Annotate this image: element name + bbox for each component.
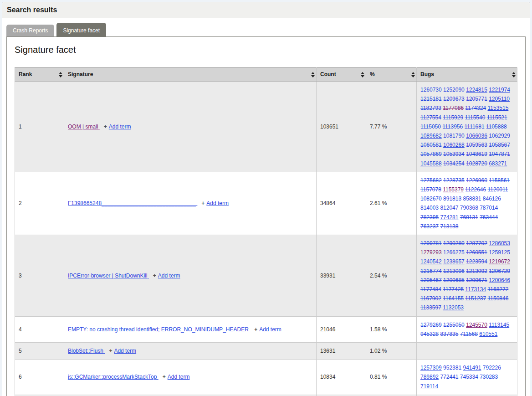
bug-link[interactable]: 1200646 bbox=[489, 277, 510, 283]
bug-link[interactable]: 713138 bbox=[440, 223, 458, 230]
bug-link[interactable]: 1155379 bbox=[443, 186, 464, 193]
bug-link[interactable]: 1286053 bbox=[489, 240, 510, 247]
column-header-rank[interactable]: Rank bbox=[15, 68, 64, 82]
bug-link[interactable]: 846126 bbox=[483, 195, 501, 202]
sort-icon[interactable] bbox=[411, 72, 415, 77]
bug-link[interactable]: 1173134 bbox=[465, 286, 486, 293]
bug-link[interactable]: 1060268 bbox=[443, 142, 465, 148]
add-term-link[interactable]: Add term bbox=[259, 326, 281, 333]
bug-link[interactable]: 1219672 bbox=[489, 258, 510, 265]
bug-link[interactable]: 1127554 bbox=[420, 114, 441, 121]
bug-link[interactable]: 1089682 bbox=[420, 133, 442, 139]
bug-link[interactable]: 792226 bbox=[483, 365, 501, 371]
bug-link[interactable]: 1240542 bbox=[420, 258, 442, 265]
bug-link[interactable]: 1120011 bbox=[488, 186, 508, 193]
column-header-bugs[interactable]: Bugs bbox=[417, 68, 517, 82]
bug-link[interactable]: 763237 bbox=[420, 223, 439, 230]
bug-link[interactable]: 1279269 bbox=[420, 322, 442, 328]
bug-link[interactable]: 1164155 bbox=[443, 295, 464, 302]
bug-link[interactable]: 1115929 bbox=[443, 114, 463, 121]
bug-link[interactable]: 1048619 bbox=[466, 151, 487, 157]
bug-link[interactable]: 837835 bbox=[440, 331, 458, 337]
bug-link[interactable]: 610551 bbox=[479, 331, 497, 337]
bug-link[interactable]: 782395 bbox=[420, 214, 439, 221]
bug-link[interactable]: 1266275 bbox=[443, 249, 465, 256]
bug-link[interactable]: 1206729 bbox=[489, 268, 510, 274]
signature-link[interactable]: F1398665248_____________________________… bbox=[68, 200, 197, 206]
signature-link[interactable]: IPCError-browser | ShutDownKill bbox=[68, 273, 149, 279]
sort-icon[interactable] bbox=[311, 72, 315, 77]
bug-link[interactable]: 1205771 bbox=[466, 96, 487, 102]
bug-link[interactable]: 1053934 bbox=[443, 151, 465, 157]
tab-crash-reports[interactable]: Crash Reports bbox=[6, 25, 54, 36]
column-header-count[interactable]: Count bbox=[317, 68, 366, 82]
bug-link[interactable]: 891813 bbox=[443, 195, 461, 202]
bug-link[interactable]: 1224815 bbox=[466, 87, 487, 93]
sort-icon[interactable] bbox=[512, 72, 516, 77]
column-header-[interactable]: % bbox=[366, 68, 417, 82]
signature-link[interactable]: EMPTY: no crashing thread identified; ER… bbox=[68, 326, 250, 333]
bug-link[interactable]: 1213092 bbox=[466, 268, 487, 274]
bug-link[interactable]: 858831 bbox=[463, 195, 481, 202]
bug-link[interactable]: 1057869 bbox=[420, 151, 442, 157]
bug-link[interactable]: 1260730 bbox=[420, 87, 442, 93]
bug-link[interactable]: 1082670 bbox=[420, 195, 442, 202]
bug-link[interactable]: 769131 bbox=[460, 214, 478, 221]
bug-link[interactable]: 1157078 bbox=[420, 186, 441, 193]
bug-link[interactable]: 1058567 bbox=[489, 142, 510, 148]
bug-link[interactable]: 1260551 bbox=[466, 249, 487, 256]
signature-link[interactable]: js::GCMarker::processMarkStackTop bbox=[68, 374, 159, 380]
bug-link[interactable]: 1113145 bbox=[489, 322, 509, 328]
bug-link[interactable]: 1182793 bbox=[420, 105, 441, 111]
bug-link[interactable]: 1279293 bbox=[420, 249, 442, 256]
bug-link[interactable]: 745334 bbox=[460, 374, 478, 380]
bug-link[interactable]: 711568 bbox=[460, 331, 478, 337]
bug-link[interactable]: 1115050 bbox=[420, 123, 441, 130]
bug-link[interactable]: 1174324 bbox=[465, 105, 486, 111]
bug-link[interactable]: 1216774 bbox=[420, 268, 442, 274]
bug-link[interactable]: 1299781 bbox=[420, 240, 442, 247]
bug-link[interactable]: 774281 bbox=[440, 214, 458, 221]
bug-link[interactable]: 1132053 bbox=[443, 304, 464, 311]
bug-link[interactable]: 1228735 bbox=[443, 177, 465, 184]
bug-link[interactable]: 812047 bbox=[440, 205, 458, 211]
bug-link[interactable]: 1167902 bbox=[420, 295, 441, 302]
bug-link[interactable]: 1255050 bbox=[443, 322, 465, 328]
bug-link[interactable]: 945328 bbox=[420, 331, 439, 337]
bug-link[interactable]: 787014 bbox=[480, 205, 498, 211]
sort-icon[interactable] bbox=[59, 72, 62, 77]
bug-link[interactable]: 1209673 bbox=[443, 96, 465, 102]
bug-link[interactable]: 1028720 bbox=[466, 160, 487, 167]
bug-link[interactable]: 1200685 bbox=[443, 277, 465, 283]
bug-link[interactable]: 1047871 bbox=[489, 151, 510, 157]
bug-link[interactable]: 814003 bbox=[420, 205, 439, 211]
bug-link[interactable]: 790368 bbox=[460, 205, 478, 211]
bug-link[interactable]: 1290280 bbox=[443, 240, 465, 247]
bug-link[interactable]: 1158561 bbox=[489, 177, 510, 184]
bug-link[interactable]: 1205467 bbox=[420, 277, 442, 283]
bug-link[interactable]: 1252090 bbox=[443, 87, 465, 93]
bug-link[interactable]: 1287702 bbox=[466, 240, 487, 247]
add-term-link[interactable]: Add term bbox=[206, 200, 229, 206]
bug-link[interactable]: 1245570 bbox=[466, 322, 487, 328]
add-term-link[interactable]: Add term bbox=[168, 374, 190, 380]
bug-link[interactable]: 1200671 bbox=[466, 277, 487, 283]
add-term-link[interactable]: Add term bbox=[114, 348, 136, 354]
bug-link[interactable]: 1168272 bbox=[488, 286, 509, 293]
bug-link[interactable]: 719114 bbox=[420, 383, 438, 390]
bug-link[interactable]: 789892 bbox=[420, 374, 439, 380]
tab-signature-facet[interactable]: Signature facet bbox=[56, 23, 106, 37]
bug-link[interactable]: 1115540 bbox=[465, 114, 485, 121]
bug-link[interactable]: 941491 bbox=[463, 365, 481, 371]
signature-link[interactable]: BlobSet::Flush bbox=[68, 348, 105, 354]
bug-link[interactable]: 730283 bbox=[480, 374, 498, 380]
bug-link[interactable]: 1060581 bbox=[420, 142, 442, 148]
bug-link[interactable]: 1151237 bbox=[465, 295, 486, 302]
bug-link[interactable]: 1177484 bbox=[420, 286, 441, 293]
bug-link[interactable]: 1177425 bbox=[443, 286, 464, 293]
bug-link[interactable]: 1275682 bbox=[420, 177, 442, 184]
bug-link[interactable]: 1238657 bbox=[443, 258, 465, 265]
bug-link[interactable]: 683271 bbox=[489, 160, 507, 167]
bug-link[interactable]: 1115521 bbox=[487, 114, 507, 121]
bug-link[interactable]: 1177086 bbox=[443, 105, 464, 111]
